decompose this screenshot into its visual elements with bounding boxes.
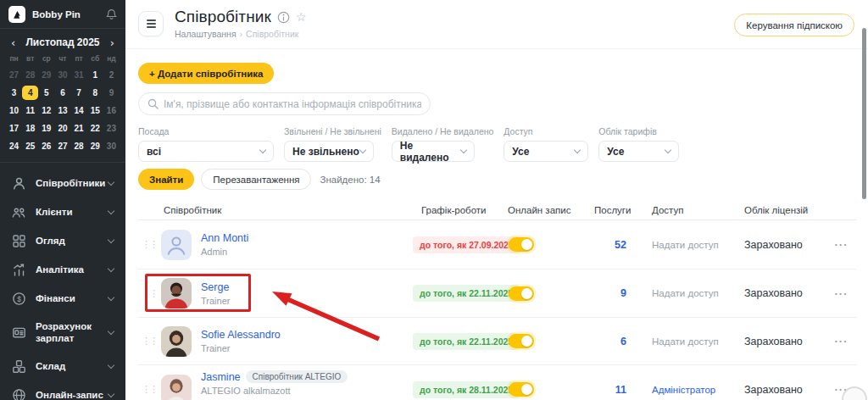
calendar-day[interactable]: 8 bbox=[87, 86, 103, 100]
administrator-access-link[interactable]: Адміністратор bbox=[635, 385, 726, 395]
calendar-day[interactable]: 30 bbox=[54, 68, 70, 82]
sidebar-item-finance[interactable]: $ Фінанси bbox=[0, 284, 125, 313]
drag-handle-icon[interactable]: ⋮⋮ bbox=[138, 384, 160, 395]
favorite-star-icon[interactable]: ☆ bbox=[296, 11, 307, 23]
employee-name-link[interactable]: Sofie Alessandro bbox=[201, 329, 281, 341]
calendar-day[interactable]: 26 bbox=[38, 139, 54, 153]
position-select[interactable]: всі bbox=[138, 141, 274, 162]
calendar-day[interactable]: 23 bbox=[103, 121, 120, 136]
tariffs-select[interactable]: Усе bbox=[598, 141, 679, 162]
grant-access-link[interactable]: Надати доступ bbox=[635, 336, 726, 347]
employee-name-link[interactable]: Ann Monti bbox=[201, 232, 248, 244]
calendar-day[interactable]: 28 bbox=[22, 68, 38, 82]
vertical-scrollbar-thumb[interactable] bbox=[862, 28, 866, 199]
reload-button[interactable]: Перезавантаження bbox=[201, 169, 311, 190]
row-menu-button[interactable]: ··· bbox=[826, 287, 856, 300]
calendar-day[interactable]: 21 bbox=[71, 121, 87, 136]
services-count-link[interactable]: 6 bbox=[594, 336, 635, 347]
calendar-day-selected[interactable]: 4 bbox=[22, 86, 38, 100]
calendar-day[interactable]: 19 bbox=[38, 121, 54, 136]
found-count-label: Знайдено: 14 bbox=[320, 175, 380, 185]
calendar-day[interactable]: 25 bbox=[22, 139, 38, 153]
sidebar-item-clients[interactable]: Клієнти bbox=[0, 197, 125, 226]
calendar-day[interactable]: 9 bbox=[103, 86, 120, 100]
calendar-day[interactable]: 12 bbox=[38, 103, 54, 118]
calendar-day[interactable]: 14 bbox=[71, 103, 87, 118]
employee-name-link[interactable]: Serge bbox=[201, 281, 230, 293]
drag-handle-icon[interactable]: ⋮⋮ bbox=[138, 288, 160, 299]
column-header-employee: Співробітник bbox=[160, 205, 411, 215]
calendar-day[interactable]: 16 bbox=[103, 103, 120, 118]
sidebar-item-online-booking[interactable]: Онлайн-запис bbox=[0, 381, 125, 400]
calendar-day[interactable]: 27 bbox=[54, 139, 70, 153]
calendar-day[interactable]: 11 bbox=[22, 103, 38, 118]
avatar[interactable] bbox=[161, 278, 192, 308]
filter-access: Доступ Усе bbox=[504, 126, 588, 162]
avatar[interactable] bbox=[161, 326, 192, 357]
services-count-link[interactable]: 11 bbox=[594, 384, 635, 396]
calendar-day[interactable]: 30 bbox=[103, 139, 120, 153]
calendar-day[interactable]: 29 bbox=[87, 139, 103, 153]
calendar-day[interactable]: 5 bbox=[38, 86, 54, 100]
search-input[interactable] bbox=[164, 98, 421, 110]
employee-role: Admin bbox=[201, 247, 248, 257]
bell-icon[interactable] bbox=[106, 8, 117, 20]
calendar-day[interactable]: 10 bbox=[6, 103, 22, 118]
table-row[interactable]: ⋮⋮ Sofie Alessandro Trainer до того, як … bbox=[138, 318, 856, 365]
drag-handle-icon[interactable]: ⋮⋮ bbox=[138, 336, 160, 347]
calendar-day[interactable]: 27 bbox=[6, 68, 22, 82]
sidebar-item-employees[interactable]: Співробітники bbox=[0, 169, 125, 197]
add-employee-button[interactable]: + Додати співробітника bbox=[138, 63, 274, 84]
app-name: Bobby Pin bbox=[32, 9, 106, 19]
calendar-day[interactable]: 1 bbox=[87, 68, 103, 82]
calendar-day[interactable]: 17 bbox=[6, 121, 22, 136]
sidebar-item-payroll[interactable]: Розрахунок зарплат bbox=[0, 313, 125, 352]
table-row[interactable]: ⋮⋮ Jasmine Співробітник ALTEGIO ALTEGIO … bbox=[138, 365, 856, 400]
online-booking-toggle[interactable] bbox=[509, 286, 534, 301]
services-count-link[interactable]: 52 bbox=[594, 239, 635, 251]
calendar-day[interactable]: 22 bbox=[87, 121, 103, 136]
online-booking-toggle[interactable] bbox=[509, 237, 534, 252]
calendar-day[interactable]: 2 bbox=[103, 68, 120, 82]
services-count-link[interactable]: 9 bbox=[594, 287, 635, 299]
calendar-day[interactable]: 13 bbox=[54, 103, 70, 118]
calendar-day[interactable]: 18 bbox=[22, 121, 38, 136]
calendar-day[interactable]: 31 bbox=[71, 68, 87, 82]
sidebar-item-overview[interactable]: Огляд bbox=[0, 226, 125, 255]
access-select[interactable]: Усе bbox=[504, 141, 588, 162]
calendar-next-button[interactable]: › bbox=[110, 37, 114, 48]
calendar-day[interactable]: 29 bbox=[38, 68, 54, 82]
person-icon bbox=[12, 176, 26, 191]
drag-handle-icon[interactable]: ⋮⋮ bbox=[138, 239, 160, 250]
calendar-header: ‹ Листопад 2025 › bbox=[0, 29, 125, 51]
calendar-day[interactable]: 20 bbox=[54, 121, 70, 136]
table-row[interactable]: ⋮⋮ Ann Monti Admin до того, як 27.09.202… bbox=[138, 220, 856, 269]
online-booking-toggle[interactable] bbox=[509, 382, 534, 397]
calendar-day[interactable]: 15 bbox=[87, 103, 103, 118]
grant-access-link[interactable]: Надати доступ bbox=[635, 240, 726, 250]
find-button[interactable]: Знайти bbox=[138, 169, 194, 190]
manage-subscription-button[interactable]: Керування підпискою bbox=[734, 14, 854, 36]
calendar-day[interactable]: 6 bbox=[54, 86, 70, 100]
globe-icon bbox=[12, 388, 26, 400]
table-row[interactable]: ⋮⋮ Serge Trainer до того, як 22.11.2025 … bbox=[138, 269, 856, 318]
row-menu-button[interactable]: ··· bbox=[826, 238, 856, 251]
online-booking-toggle[interactable] bbox=[509, 334, 534, 348]
row-menu-button[interactable]: ··· bbox=[826, 335, 856, 347]
calendar-day[interactable]: 7 bbox=[71, 86, 87, 100]
hamburger-menu-button[interactable] bbox=[138, 11, 164, 36]
calendar-day[interactable]: 3 bbox=[6, 86, 22, 100]
employee-name-link[interactable]: Jasmine bbox=[201, 371, 241, 383]
breadcrumb-settings[interactable]: Налаштування bbox=[175, 29, 236, 39]
avatar[interactable] bbox=[161, 375, 192, 400]
grant-access-link[interactable]: Надати доступ bbox=[635, 288, 726, 298]
deleted-select[interactable]: Не видалено bbox=[392, 141, 475, 162]
calendar-day[interactable]: 24 bbox=[6, 139, 22, 153]
calendar-day[interactable]: 28 bbox=[71, 139, 87, 153]
sidebar-item-analytics[interactable]: Аналітика bbox=[0, 255, 125, 284]
avatar[interactable] bbox=[161, 230, 192, 260]
sidebar-item-stock[interactable]: Склад bbox=[0, 352, 125, 381]
info-icon[interactable] bbox=[277, 11, 290, 24]
schedule-badge: до того, як 22.11.2025 bbox=[413, 285, 520, 302]
dismissed-select[interactable]: Не звільнено bbox=[284, 141, 374, 162]
